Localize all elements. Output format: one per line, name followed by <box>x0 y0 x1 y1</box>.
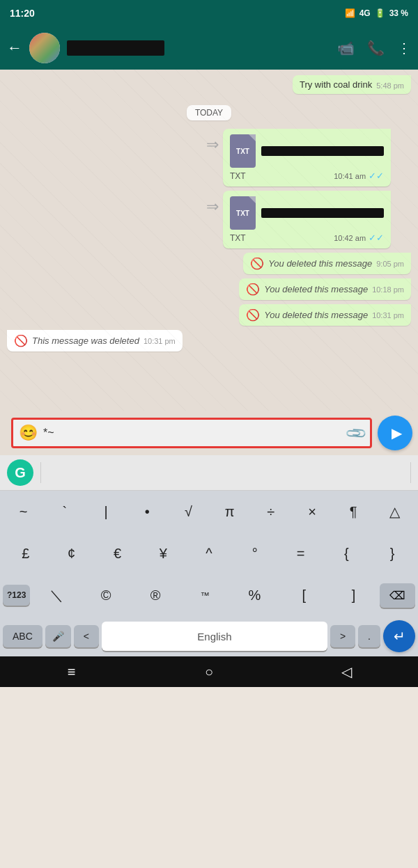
keyboard-area: G ~ ` | • √ π ÷ × ¶ △ £ ¢ € ¥ ^ ° = { } … <box>0 455 418 656</box>
key-divide[interactable]: ÷ <box>250 496 291 527</box>
video-call-icon[interactable]: 📹 <box>337 40 355 56</box>
key-cent[interactable]: ¢ <box>49 538 95 569</box>
send-icon: ▶ <box>392 425 402 441</box>
key-equals[interactable]: = <box>278 538 324 569</box>
file-type-label-2: TXT <box>236 210 249 217</box>
file-name-redacted-1 <box>261 146 384 156</box>
deleted-msg-1-row: 🚫 You deleted this message 9:05 pm <box>7 253 411 274</box>
keyboard-row-2: £ ¢ € ¥ ^ ° = { } <box>0 532 418 574</box>
nav-bar: ≡ ○ ◁ <box>0 656 418 687</box>
enter-key[interactable]: ↵ <box>383 620 415 652</box>
prev-message-time: 5:48 pm <box>376 81 404 90</box>
voice-call-icon[interactable]: 📞 <box>367 40 385 56</box>
backspace-key[interactable]: ⌫ <box>380 583 415 608</box>
switch-key[interactable]: ?123 <box>3 585 30 606</box>
space-key[interactable]: English <box>102 622 327 651</box>
mic-key[interactable]: 🎤 <box>45 625 71 647</box>
header-icons: 📹 📞 ⋮ <box>337 40 411 56</box>
key-lbracket[interactable]: [ <box>281 580 327 610</box>
msg-meta-2: 10:42 am ✓✓ <box>334 232 384 243</box>
file-bubble-1[interactable]: TXT TXT 10:41 am ✓✓ <box>223 129 391 187</box>
key-caret[interactable]: ^ <box>186 538 232 569</box>
key-lbrace[interactable]: { <box>323 538 369 569</box>
send-button[interactable]: ▶ <box>378 416 412 450</box>
key-rbrace[interactable]: } <box>369 538 415 569</box>
backspace-icon: ⌫ <box>389 589 405 602</box>
key-registered[interactable]: ® <box>132 580 179 610</box>
deleted-bubble-3: 🚫 You deleted this message 10:31 pm <box>239 304 411 326</box>
keyboard-toolbar: G <box>0 455 418 491</box>
file-bubble-2[interactable]: TXT TXT 10:42 am ✓✓ <box>223 191 391 248</box>
more-options-icon[interactable]: ⋮ <box>397 40 411 56</box>
read-ticks-1: ✓✓ <box>369 171 384 181</box>
deleted-bubble-1: 🚫 You deleted this message 9:05 pm <box>243 253 411 274</box>
prev-message-row: Try with coal drink 5:48 pm <box>7 75 411 94</box>
deleted-icon-1: 🚫 <box>250 257 264 270</box>
grammarly-label: G <box>15 465 26 481</box>
file-icon-2: TXT <box>230 196 256 230</box>
emoji-button[interactable]: 😊 <box>19 424 38 442</box>
date-label: TODAY <box>187 105 231 120</box>
file-header-1: TXT <box>230 134 384 168</box>
signal-icon: 📶 <box>345 8 355 18</box>
contact-name-redacted <box>67 40 164 56</box>
file-type-text-2: TXT <box>230 233 246 243</box>
nav-menu-icon[interactable]: ≡ <box>51 659 93 684</box>
back-button[interactable]: ← <box>7 39 22 57</box>
read-ticks-2: ✓✓ <box>369 232 384 243</box>
key-pipe[interactable]: | <box>85 496 126 527</box>
gt-label: > <box>340 631 346 642</box>
deleted-msg-received-row: 🚫 This message was deleted 10:31 pm <box>7 330 411 352</box>
nav-back-icon[interactable]: ◁ <box>325 659 367 684</box>
keyboard-row-1: ~ ` | • √ π ÷ × ¶ △ <box>0 491 418 532</box>
key-tilde[interactable]: ~ <box>3 496 44 527</box>
key-rbracket[interactable]: ] <box>330 580 377 610</box>
key-pilcrow[interactable]: ¶ <box>333 496 374 527</box>
enter-icon: ↵ <box>394 628 405 645</box>
lt-key[interactable]: < <box>74 625 99 647</box>
key-backslash[interactable]: ＼ <box>33 580 79 610</box>
abc-label: ABC <box>13 631 33 642</box>
msg-time-1: 10:41 am <box>334 172 366 180</box>
deleted-icon-2: 🚫 <box>246 283 260 296</box>
gt-key[interactable]: > <box>330 625 355 647</box>
dot-label: . <box>368 631 371 642</box>
chat-header: ← 📹 📞 ⋮ <box>0 26 418 70</box>
message-input-bar[interactable]: 😊 📎 <box>11 418 372 448</box>
file-footer-1: TXT 10:41 am ✓✓ <box>230 171 384 181</box>
avatar[interactable] <box>29 33 60 63</box>
key-pound[interactable]: £ <box>3 538 49 569</box>
abc-key[interactable]: ABC <box>3 625 42 647</box>
forward-wrap-2: ⇒ TXT TXT 10:42 am ✓✓ <box>206 191 411 248</box>
key-triangle[interactable]: △ <box>374 496 415 527</box>
key-percent[interactable]: % <box>231 580 278 610</box>
prev-message-bubble: Try with coal drink 5:48 pm <box>293 75 411 94</box>
file-footer-2: TXT 10:42 am ✓✓ <box>230 232 384 243</box>
switch-label: ?123 <box>7 590 26 600</box>
key-backtick[interactable]: ` <box>44 496 85 527</box>
attach-icon[interactable]: 📎 <box>343 421 368 445</box>
date-divider: TODAY <box>7 105 411 120</box>
forward-wrap-1: ⇒ TXT TXT 10:41 am ✓✓ <box>206 129 411 187</box>
deleted-text-received: This message was deleted <box>32 336 139 346</box>
key-sqrt[interactable]: √ <box>168 496 209 527</box>
file-icon-1: TXT <box>230 134 256 168</box>
lt-label: < <box>84 631 89 642</box>
key-trademark[interactable]: ™ <box>182 580 229 610</box>
message-input[interactable] <box>43 427 341 439</box>
key-euro[interactable]: € <box>95 538 141 569</box>
key-yen[interactable]: ¥ <box>140 538 186 569</box>
key-copyright[interactable]: © <box>82 580 129 610</box>
nav-home-icon[interactable]: ○ <box>188 659 230 684</box>
forward-icon-1: ⇒ <box>206 136 219 154</box>
key-bullet[interactable]: • <box>127 496 168 527</box>
key-degree[interactable]: ° <box>232 538 278 569</box>
key-multiply[interactable]: × <box>291 496 332 527</box>
kb-divider-2 <box>410 462 411 483</box>
deleted-icon-received: 🚫 <box>14 334 28 347</box>
mic-icon: 🎤 <box>52 631 64 642</box>
grammarly-button[interactable]: G <box>7 459 33 486</box>
key-pi[interactable]: π <box>209 496 250 527</box>
chat-area: Try with coal drink 5:48 pm TODAY ⇒ TXT … <box>0 70 418 411</box>
dot-key[interactable]: . <box>358 625 380 647</box>
